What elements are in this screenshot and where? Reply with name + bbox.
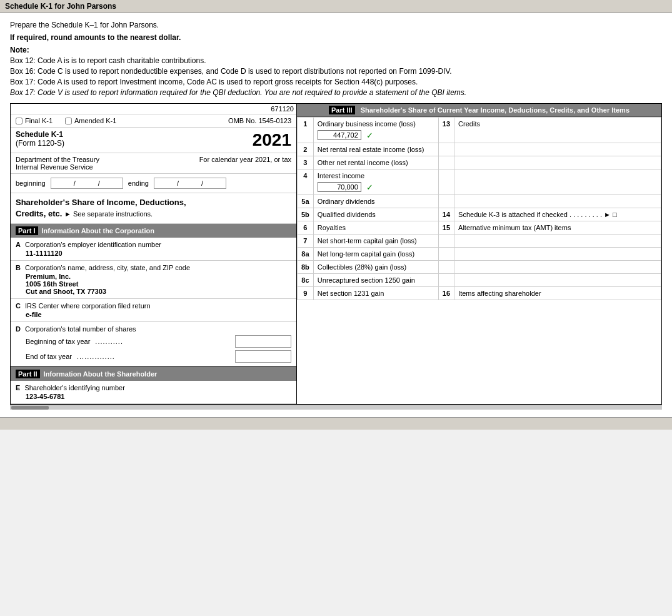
row-desc-8a: Net long-term capital gain (loss) (313, 248, 438, 261)
row-b-name: Premium, Inc. (16, 273, 291, 280)
end-shares-input[interactable] (235, 350, 291, 363)
begin-label: Beginning of tax year (26, 338, 90, 345)
form-layout: 671120 Final K-1 Amended K-1 OMB No. 154… (10, 103, 662, 405)
final-k1-label[interactable]: Final K-1 (16, 117, 53, 124)
row-a: A Corporation's employer identification … (11, 238, 296, 261)
table-row: 6 Royalties 15 Alternative minimum tax (… (298, 221, 661, 235)
title-bar: Schedule K-1 for John Parsons (0, 0, 672, 13)
row-desc-8c: Unrecaptured section 1250 gain (313, 274, 438, 287)
col13-desc-2 (454, 143, 661, 156)
table-row: 8c Unrecaptured section 1250 gain (298, 274, 661, 287)
end-label: End of tax year (26, 353, 72, 360)
col13-num-9: 16 (438, 287, 454, 300)
row-desc-2: Net rental real estate income (loss) (313, 143, 438, 156)
row-d-end: End of tax year ............... (26, 350, 291, 363)
col13-num-6: 15 (438, 221, 454, 235)
dept-row: Department of the Treasury Internal Reve… (11, 153, 296, 174)
schedule-title-block: Schedule K-1 (Form 1120-S) (16, 130, 248, 148)
ending-day[interactable] (181, 179, 199, 187)
check-1: ✓ (366, 131, 373, 140)
col13-desc-5b: Schedule K-3 is attached if checked . . … (454, 208, 661, 221)
row-num-4: 4 (298, 169, 314, 195)
beginning-label: beginning (16, 179, 46, 187)
round-text: If required, round amounts to the neares… (10, 33, 662, 42)
value-box-4: 70,000 (318, 182, 361, 192)
value-box-1: 447,702 (318, 130, 361, 140)
row-num-8b: 8b (298, 261, 314, 274)
amended-k1-checkbox[interactable] (65, 118, 72, 124)
note-section: Note: Box 12: Code A is is to report cas… (10, 46, 662, 97)
col13-desc-4 (454, 169, 661, 195)
row-d-begin: Beginning of tax year ........... (26, 335, 291, 348)
row-num-5b: 5b (298, 208, 314, 221)
row-c: C IRS Center where corporation filed ret… (11, 299, 296, 322)
row-desc-8b: Collectibles (28%) gain (loss) (313, 261, 438, 274)
intro-section: Prepare the Schedule K–1 for John Parson… (10, 21, 662, 29)
row-d-desc: Corporation's total number of shares (25, 325, 136, 333)
dept-line1: Department of the Treasury (16, 156, 154, 163)
ending-year[interactable] (206, 179, 223, 187)
row-value-line: 447,702 ✓ (318, 130, 434, 140)
ending-label: ending (128, 179, 149, 187)
table-row: 2 Net rental real estate income (loss) (298, 143, 661, 156)
col13-num-8c (438, 274, 454, 287)
row-value-line-4: 70,000 ✓ (318, 182, 434, 192)
row-desc-text: Ordinary business income (loss) (318, 120, 434, 128)
row-num-7: 7 (298, 235, 314, 248)
scrollbar-thumb[interactable] (11, 406, 49, 410)
table-row: 5a Ordinary dividends (298, 195, 661, 208)
table-row: 5b Qualified dividends 14 Schedule K-3 i… (298, 208, 661, 221)
beginning-day[interactable] (78, 179, 96, 187)
col13-num-5a (438, 195, 454, 208)
col13-num-4 (438, 169, 454, 195)
col13-num-7 (438, 235, 454, 248)
row-num-5a: 5a (298, 195, 314, 208)
final-k1-checkbox[interactable] (16, 118, 23, 124)
ending-date-field[interactable]: / / (154, 178, 226, 189)
row-num-2: 2 (298, 143, 314, 156)
note-1: Box 12: Code A is is to report cash char… (10, 56, 662, 65)
col13-num-8b (438, 261, 454, 274)
beginning-date-field[interactable]: / / (51, 178, 123, 189)
table-row: 4 Interest income 70,000 ✓ (298, 169, 661, 195)
col13-desc-8a (454, 248, 661, 261)
row-b-addr2: Cut and Shoot, TX 77303 (16, 288, 291, 295)
note-label: Note: (10, 46, 662, 54)
beginning-year[interactable] (103, 179, 120, 187)
col13-desc-8b (454, 261, 661, 274)
note-3: Box 17: Code A is used to report Investm… (10, 78, 662, 86)
check-4: ✓ (366, 183, 373, 192)
part-iii-header: Part III Shareholder's Share of Current … (297, 104, 661, 117)
table-row: 8b Collectibles (28%) gain (loss) (298, 261, 661, 274)
title-bar-text: Schedule K-1 for John Parsons (5, 2, 116, 11)
prepare-text: Prepare the Schedule K–1 for John Parson… (10, 21, 662, 29)
row-e-value: 123-45-6781 (16, 393, 291, 400)
sh-heading2: Credits, etc. (16, 209, 62, 218)
content-area: Prepare the Schedule K–1 for John Parson… (0, 13, 672, 417)
table-row: 9 Net section 1231 gain 16 Items affecti… (298, 287, 661, 300)
row-desc-5a: Ordinary dividends (313, 195, 438, 208)
right-panel: Part III Shareholder's Share of Current … (296, 103, 662, 405)
dept-left: Department of the Treasury Internal Reve… (16, 156, 154, 171)
table-row: 7 Net short-term capital gain (loss) (298, 235, 661, 248)
horizontal-scrollbar[interactable] (10, 405, 662, 410)
col13-num-8a (438, 248, 454, 261)
table-row: 3 Other net rental income (loss) (298, 156, 661, 169)
ending-month[interactable] (157, 179, 174, 187)
shareholder-heading: Shareholder's Share of Income, Deduction… (11, 193, 296, 224)
row-desc-7: Net short-term capital gain (loss) (313, 235, 438, 248)
col13-desc-8c (454, 274, 661, 287)
row-b-addr1: 1005 16th Street (16, 280, 291, 288)
row-desc-5b: Qualified dividends (313, 208, 438, 221)
dept-right: For calendar year 2021, or tax (154, 156, 292, 171)
form-number-row: 671120 (11, 104, 296, 114)
begin-shares-input[interactable] (235, 335, 291, 348)
row-e: E Shareholder's identifying number 123-4… (11, 381, 296, 404)
row-desc-9: Net section 1231 gain (313, 287, 438, 300)
row-num-8c: 8c (298, 274, 314, 287)
col13-num-1: 13 (438, 118, 454, 143)
amended-k1-label[interactable]: Amended K-1 (65, 117, 116, 124)
beginning-month[interactable] (54, 179, 71, 187)
part-iii-badge: Part III (329, 106, 355, 114)
part-ii-badge: Part II (16, 370, 40, 378)
